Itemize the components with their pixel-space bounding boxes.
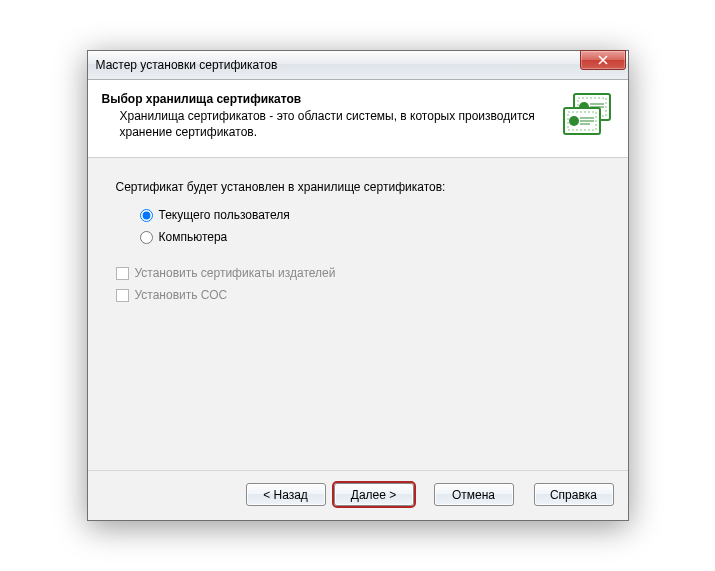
- radio-current-user-input[interactable]: [140, 209, 153, 222]
- check-publisher-certs-input: [116, 267, 129, 280]
- titlebar: Мастер установки сертификатов: [88, 51, 628, 80]
- header-description: Хранилища сертификатов - это области сис…: [102, 108, 562, 140]
- close-button[interactable]: [580, 50, 626, 70]
- svg-point-5: [569, 116, 579, 126]
- radio-current-user-label: Текущего пользователя: [159, 208, 290, 222]
- header-title: Выбор хранилища сертификатов: [102, 92, 562, 106]
- content-area: Сертификат будет установлен в хранилище …: [88, 158, 628, 471]
- help-button[interactable]: Справка: [534, 483, 614, 506]
- certificate-wizard-dialog: Мастер установки сертификатов Выбор хран…: [87, 50, 629, 521]
- back-button[interactable]: < Назад: [246, 483, 326, 506]
- radio-computer-label: Компьютера: [159, 230, 228, 244]
- radio-computer-input[interactable]: [140, 231, 153, 244]
- window-title: Мастер установки сертификатов: [96, 58, 278, 72]
- check-crl: Установить СОС: [116, 288, 600, 302]
- check-crl-input: [116, 289, 129, 302]
- check-publisher-certs-label: Установить сертификаты издателей: [135, 266, 336, 280]
- next-button[interactable]: Далее >: [334, 483, 414, 506]
- checkbox-group: Установить сертификаты издателей Установ…: [116, 266, 600, 302]
- radio-computer[interactable]: Компьютера: [140, 230, 600, 244]
- header-panel: Выбор хранилища сертификатов Хранилища с…: [88, 80, 628, 158]
- instruction-text: Сертификат будет установлен в хранилище …: [116, 180, 600, 194]
- radio-current-user[interactable]: Текущего пользователя: [140, 208, 600, 222]
- cancel-button[interactable]: Отмена: [434, 483, 514, 506]
- close-icon: [598, 55, 608, 65]
- button-bar: < Назад Далее > Отмена Справка: [88, 471, 628, 520]
- check-crl-label: Установить СОС: [135, 288, 228, 302]
- certificate-icon: [562, 92, 614, 143]
- check-publisher-certs: Установить сертификаты издателей: [116, 266, 600, 280]
- store-radio-group: Текущего пользователя Компьютера: [116, 208, 600, 244]
